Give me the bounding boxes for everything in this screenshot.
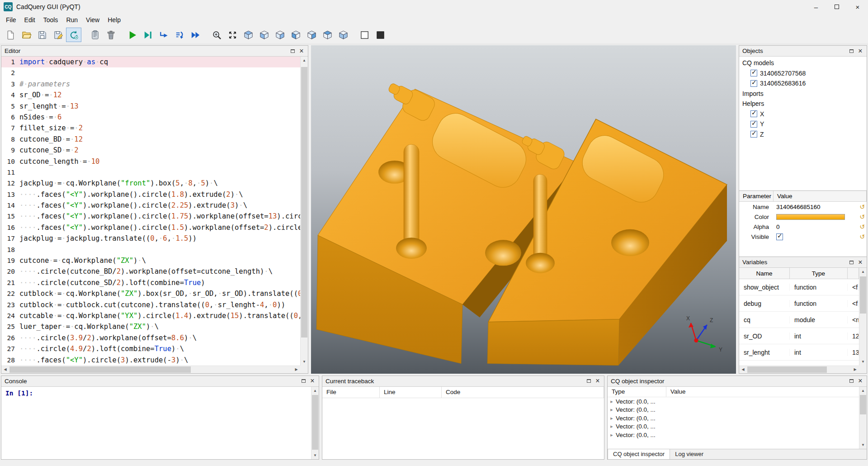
code-line[interactable]: 10cutcone_length·=·10: [1, 156, 300, 167]
step-button[interactable]: [156, 28, 171, 42]
checkbox[interactable]: ✓: [750, 70, 757, 76]
scrollbar-thumb[interactable]: [301, 67, 307, 337]
code-line[interactable]: 22cutblock·=·cq.Workplane("ZX").box(sr_O…: [1, 288, 300, 299]
scroll-right-icon[interactable]: ▶: [851, 366, 859, 373]
debug-button[interactable]: [140, 28, 156, 42]
view-back-button[interactable]: [272, 28, 288, 42]
editor-float-button[interactable]: [288, 47, 297, 56]
code-line[interactable]: 8cutcone_BD·=·12: [1, 134, 300, 145]
code-line[interactable]: 7fillet_size·=·2: [1, 123, 300, 133]
variables-horizontal-scrollbar[interactable]: ◀ ▶: [739, 366, 859, 373]
variables-vertical-scrollbar[interactable]: ▲ ▼: [859, 268, 867, 366]
step-next-button[interactable]: [172, 28, 187, 42]
code-line[interactable]: 1import·cadquery·as·cq: [1, 57, 300, 67]
tab-cq-object-inspector[interactable]: CQ object inspector: [608, 449, 670, 459]
checkbox[interactable]: ✓: [750, 121, 757, 128]
scroll-left-icon[interactable]: ◀: [1, 366, 9, 373]
objects-float-button[interactable]: [847, 47, 856, 56]
close-button[interactable]: ×: [847, 0, 868, 14]
code-line[interactable]: 5sr_lenght·=·13: [1, 101, 300, 112]
view-bottom-button[interactable]: [335, 28, 351, 42]
editor-vertical-scrollbar[interactable]: ▲ ▼: [300, 57, 308, 366]
inspector-row[interactable]: ▸Vector: (0.0, ...: [608, 431, 859, 439]
code-line[interactable]: 26····.circle(3.9/2).workplane(offset=8.…: [1, 333, 300, 343]
console-close-button[interactable]: ×: [308, 376, 317, 385]
traceback-float-button[interactable]: [584, 376, 593, 385]
tab-log-viewer[interactable]: Log viewer: [670, 449, 708, 459]
scrollbar-thumb[interactable]: [747, 366, 827, 373]
checkbox[interactable]: ✓: [776, 233, 783, 240]
clear-console-button[interactable]: [87, 28, 103, 42]
inspector-row[interactable]: ▸Vector: (0.0, ...: [608, 405, 859, 414]
scrollbar-thumb[interactable]: [312, 395, 318, 450]
inspector-row[interactable]: ▸Vector: (0.0, ...: [608, 414, 859, 423]
code-line[interactable]: 21····.circle(cutcone_SD/2).loft(combine…: [1, 277, 300, 288]
objects-close-button[interactable]: ×: [856, 47, 865, 56]
tree-item[interactable]: ✓X: [739, 109, 867, 119]
scrollbar-thumb[interactable]: [9, 366, 191, 373]
tree-item[interactable]: ✓3140652683616: [739, 78, 867, 89]
editor-close-button[interactable]: ×: [297, 47, 306, 56]
code-line[interactable]: 4sr_OD·=·12: [1, 90, 300, 100]
code-line[interactable]: 19cutcone·=·cq.Workplane("ZX")·\: [1, 255, 300, 266]
code-editor[interactable]: 1import·cadquery·as·cq23#·parameters4sr_…: [1, 57, 300, 366]
code-line[interactable]: 14····.faces("<Y").workplane().circle(2.…: [1, 200, 300, 211]
tree-item[interactable]: Helpers: [739, 99, 867, 109]
checkbox[interactable]: ✓: [750, 110, 757, 117]
scrollbar-thumb[interactable]: [860, 395, 866, 414]
param-value[interactable]: 3140646685160: [774, 204, 858, 210]
view-front-button[interactable]: [256, 28, 272, 42]
scroll-down-icon[interactable]: ▼: [859, 441, 867, 449]
inspect-button[interactable]: [209, 28, 224, 42]
tree-item[interactable]: ✓3140652707568: [739, 68, 867, 79]
checkbox[interactable]: ✓: [750, 131, 757, 138]
scroll-up-icon[interactable]: ▲: [859, 387, 867, 395]
scroll-down-icon[interactable]: ▼: [311, 452, 319, 459]
inspector-float-button[interactable]: [847, 376, 856, 385]
reset-to-default-icon[interactable]: ↺: [858, 223, 867, 230]
new-document-button[interactable]: [3, 28, 18, 42]
code-line[interactable]: 9cutcone_SD·=·2: [1, 145, 300, 156]
reset-to-default-icon[interactable]: ↺: [858, 213, 867, 220]
tree-item[interactable]: ✓Z: [739, 129, 867, 140]
variable-row[interactable]: debugfunction<f: [739, 295, 859, 312]
minimize-button[interactable]: –: [806, 0, 826, 14]
param-value[interactable]: ✓: [774, 233, 858, 240]
scrollbar-thumb[interactable]: [860, 276, 866, 314]
view-top-button[interactable]: [320, 28, 335, 42]
tree-item[interactable]: CQ models: [739, 58, 867, 68]
inspector-row[interactable]: ▸Vector: (0.0, ...: [608, 397, 859, 406]
menu-edit[interactable]: Edit: [20, 14, 39, 25]
console-vertical-scrollbar[interactable]: ▲ ▼: [311, 387, 319, 459]
save-button[interactable]: [34, 28, 50, 42]
editor-horizontal-scrollbar[interactable]: ◀ ▶: [1, 366, 300, 373]
param-value[interactable]: 0: [774, 223, 858, 230]
fit-view-button[interactable]: [225, 28, 240, 42]
traceback-close-button[interactable]: ×: [593, 376, 602, 385]
variables-close-button[interactable]: ×: [856, 258, 865, 267]
code-line[interactable]: 6nSides·=·6: [1, 112, 300, 123]
variable-row[interactable]: sr_ODint12: [739, 328, 859, 344]
scroll-left-icon[interactable]: ◀: [739, 366, 747, 373]
reset-to-default-icon[interactable]: ↺: [858, 203, 867, 210]
code-line[interactable]: 24cutcable·=·cq.Workplane("YX").circle(1…: [1, 310, 300, 321]
3d-model-canvas[interactable]: X Z Y: [311, 45, 736, 374]
delete-objects-button[interactable]: [103, 28, 118, 42]
code-line[interactable]: 12jackplug·=·cq.Workplane("front").box(5…: [1, 178, 300, 189]
scroll-up-icon[interactable]: ▲: [301, 57, 308, 64]
code-line[interactable]: 11: [1, 167, 300, 178]
param-value[interactable]: [774, 214, 858, 220]
code-line[interactable]: 15····.faces("<Y").workplane().circle(1.…: [1, 211, 300, 222]
color-swatch[interactable]: [776, 214, 845, 220]
variable-row[interactable]: cqmodule<m: [739, 312, 859, 328]
menu-help[interactable]: Help: [104, 14, 125, 25]
view-right-button[interactable]: [304, 28, 319, 42]
variables-float-button[interactable]: [847, 258, 856, 267]
code-line[interactable]: 16····.faces("<Y").workplane().circle(1.…: [1, 222, 300, 233]
inspector-close-button[interactable]: ×: [856, 376, 865, 385]
code-line[interactable]: 20····.circle(cutcone_BD/2).workplane(of…: [1, 266, 300, 277]
auto-reload-button[interactable]: [66, 28, 81, 42]
menu-file[interactable]: File: [2, 14, 20, 25]
code-line[interactable]: 3#·parameters: [1, 79, 300, 90]
scroll-right-icon[interactable]: ▶: [292, 366, 300, 373]
